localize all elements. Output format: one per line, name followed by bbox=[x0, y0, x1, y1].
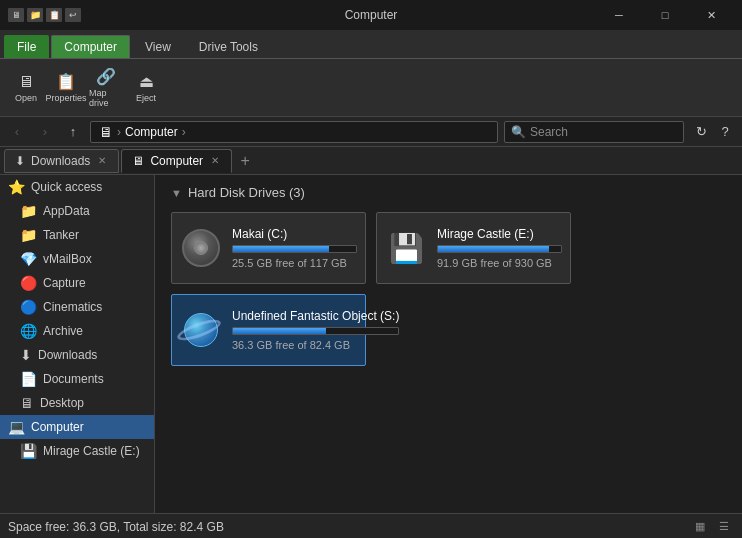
address-path[interactable]: 🖥 › Computer › bbox=[90, 121, 498, 143]
section-header: ▼ Hard Disk Drives (3) bbox=[171, 185, 726, 200]
planet-icon-ufo bbox=[182, 311, 220, 349]
sidebar-item-documents[interactable]: 📄 Documents bbox=[0, 367, 154, 391]
ribbon: File Computer View Drive Tools 🖥 Open 📋 … bbox=[0, 30, 742, 117]
address-right-buttons: ↻ ? bbox=[690, 121, 736, 143]
tab-drivetools[interactable]: Drive Tools bbox=[186, 35, 271, 58]
sidebar-item-appdata[interactable]: 📁 AppData bbox=[0, 199, 154, 223]
list-view-button[interactable]: ☰ bbox=[714, 518, 734, 536]
tab-downloads[interactable]: ⬇ Downloads ✕ bbox=[4, 149, 119, 173]
tab-file[interactable]: File bbox=[4, 35, 49, 58]
sidebar-item-mirage-castle[interactable]: 💾 Mirage Castle (E:) bbox=[0, 439, 154, 463]
sidebar-label-documents: Documents bbox=[43, 372, 104, 386]
drive-info-makai: Makai (C:) 25.5 GB free of 117 GB bbox=[232, 227, 357, 269]
map-network-label: Map drive bbox=[89, 88, 123, 108]
sidebar-item-capture[interactable]: 🔴 Capture bbox=[0, 271, 154, 295]
tab-downloads-close[interactable]: ✕ bbox=[96, 154, 108, 167]
properties-button[interactable]: 📋 Properties bbox=[48, 69, 84, 107]
sidebar-label-tanker: Tanker bbox=[43, 228, 79, 242]
sidebar-label-quick-access: Quick access bbox=[31, 180, 102, 194]
open-icon: 🖥 bbox=[18, 73, 34, 91]
sidebar-label-capture: Capture bbox=[43, 276, 86, 290]
section-title: Hard Disk Drives (3) bbox=[188, 185, 305, 200]
search-placeholder: Search bbox=[530, 125, 568, 139]
drive-free-ufo: 36.3 GB free of 82.4 GB bbox=[232, 339, 399, 351]
status-view-buttons: ▦ ☰ bbox=[690, 518, 734, 536]
sidebar-item-desktop[interactable]: 🖥 Desktop bbox=[0, 391, 154, 415]
search-box[interactable]: 🔍 Search bbox=[504, 121, 684, 143]
drive-item-makai[interactable]: Makai (C:) 25.5 GB free of 117 GB bbox=[171, 212, 366, 284]
sidebar-item-quick-access[interactable]: ⭐ Quick access bbox=[0, 175, 154, 199]
tab-computer-label: Computer bbox=[150, 154, 203, 168]
window-title: Computer bbox=[345, 8, 398, 22]
status-bar: Space free: 36.3 GB, Total size: 82.4 GB… bbox=[0, 513, 742, 538]
sidebar-label-desktop: Desktop bbox=[40, 396, 84, 410]
tab-computer[interactable]: Computer bbox=[51, 35, 130, 58]
maximize-button[interactable]: □ bbox=[642, 0, 688, 30]
title-bar-icons: 🖥 📁 📋 ↩ bbox=[8, 8, 81, 22]
ribbon-content: 🖥 Open 📋 Properties 🔗 Map drive ⏏ Eject bbox=[0, 58, 742, 116]
drive-bar-container-makai bbox=[232, 245, 357, 253]
sidebar-label-vmailbox: vMailBox bbox=[43, 252, 92, 266]
drive-icon-makai bbox=[180, 227, 222, 269]
ribbon-tabs: File Computer View Drive Tools bbox=[0, 30, 742, 58]
new-tab-button[interactable]: + bbox=[234, 150, 256, 172]
drive-icon-ufo bbox=[180, 309, 222, 351]
hdd-icon-makai bbox=[182, 229, 220, 267]
downloads2-icon: ⬇ bbox=[20, 347, 32, 363]
address-separator: › bbox=[117, 125, 121, 139]
open-button[interactable]: 🖥 Open bbox=[8, 69, 44, 107]
content-area: ▼ Hard Disk Drives (3) Makai (C:) 25.5 G… bbox=[155, 175, 742, 513]
mirage-castle-icon: 💾 bbox=[20, 443, 37, 459]
desktop-icon: 🖥 bbox=[20, 395, 34, 411]
tabs-bar: ⬇ Downloads ✕ 🖥 Computer ✕ + bbox=[0, 147, 742, 175]
cinematics-icon: 🔵 bbox=[20, 299, 37, 315]
address-text: Computer bbox=[125, 125, 178, 139]
grid-view-button[interactable]: ▦ bbox=[690, 518, 710, 536]
drive-item-ufo[interactable]: Undefined Fantastic Object (S:) 36.3 GB … bbox=[171, 294, 366, 366]
sidebar-label-appdata: AppData bbox=[43, 204, 90, 218]
eject-button[interactable]: ⏏ Eject bbox=[128, 69, 164, 107]
drive-item-mirage[interactable]: 💾 Mirage Castle (E:) 91.9 GB free of 930… bbox=[376, 212, 571, 284]
eject-icon: ⏏ bbox=[139, 72, 154, 91]
sidebar-label-downloads2: Downloads bbox=[38, 348, 97, 362]
ribbon-group-location: 🖥 Open 📋 Properties 🔗 Map drive ⏏ Eject bbox=[8, 63, 172, 113]
search-icon: 🔍 bbox=[511, 125, 526, 139]
drives-grid: Makai (C:) 25.5 GB free of 117 GB 💾 Mira… bbox=[171, 212, 726, 366]
sidebar-item-cinematics[interactable]: 🔵 Cinematics bbox=[0, 295, 154, 319]
refresh-button[interactable]: ↻ bbox=[690, 121, 712, 143]
forward-button[interactable]: › bbox=[34, 121, 56, 143]
minimize-button[interactable]: ─ bbox=[596, 0, 642, 30]
sidebar-item-tanker[interactable]: 📁 Tanker bbox=[0, 223, 154, 247]
tab-computer-tab[interactable]: 🖥 Computer ✕ bbox=[121, 149, 232, 173]
drive-name-ufo: Undefined Fantastic Object (S:) bbox=[232, 309, 399, 323]
map-network-icon: 🔗 bbox=[96, 67, 116, 86]
app-icon-4: ↩ bbox=[65, 8, 81, 22]
drive-info-ufo: Undefined Fantastic Object (S:) 36.3 GB … bbox=[232, 309, 399, 351]
map-network-button[interactable]: 🔗 Map drive bbox=[88, 69, 124, 107]
capture-icon: 🔴 bbox=[20, 275, 37, 291]
up-button[interactable]: ↑ bbox=[62, 121, 84, 143]
drive-bar-makai bbox=[233, 246, 329, 252]
sidebar-item-downloads2[interactable]: ⬇ Downloads bbox=[0, 343, 154, 367]
sidebar-item-archive[interactable]: 🌐 Archive bbox=[0, 319, 154, 343]
back-button[interactable]: ‹ bbox=[6, 121, 28, 143]
tab-computer-close[interactable]: ✕ bbox=[209, 154, 221, 167]
help-button[interactable]: ? bbox=[714, 121, 736, 143]
drive-free-makai: 25.5 GB free of 117 GB bbox=[232, 257, 357, 269]
properties-label: Properties bbox=[45, 93, 86, 103]
tab-downloads-label: Downloads bbox=[31, 154, 90, 168]
sidebar: ⭐ Quick access 📁 AppData 📁 Tanker 💎 vMai… bbox=[0, 175, 155, 513]
close-button[interactable]: ✕ bbox=[688, 0, 734, 30]
archive-icon: 🌐 bbox=[20, 323, 37, 339]
sidebar-label-mirage-castle: Mirage Castle (E:) bbox=[43, 444, 140, 458]
tab-view[interactable]: View bbox=[132, 35, 184, 58]
computer-nav-icon: 💻 bbox=[8, 419, 25, 435]
sidebar-item-vmailbox[interactable]: 💎 vMailBox bbox=[0, 247, 154, 271]
tab-computer-icon: 🖥 bbox=[132, 154, 144, 168]
window-controls: ─ □ ✕ bbox=[596, 0, 734, 30]
drive-bar-container-ufo bbox=[232, 327, 399, 335]
sidebar-item-computer-nav[interactable]: 💻 Computer bbox=[0, 415, 154, 439]
address-bar: ‹ › ↑ 🖥 › Computer › 🔍 Search ↻ ? bbox=[0, 117, 742, 147]
section-collapse-arrow[interactable]: ▼ bbox=[171, 187, 182, 199]
vmailbox-icon: 💎 bbox=[20, 251, 37, 267]
